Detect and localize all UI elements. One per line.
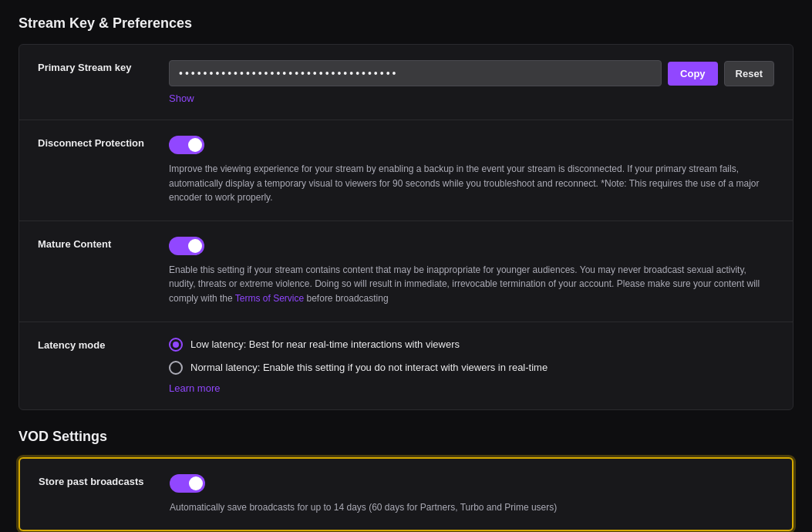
disconnect-protection-label: Disconnect Protection: [38, 136, 169, 149]
terms-of-service-link[interactable]: Terms of Service: [235, 293, 304, 304]
mature-desc-after: before broadcasting: [304, 293, 388, 304]
mature-content-row: Mature Content Enable this setting if yo…: [19, 221, 793, 322]
store-broadcasts-content: Automatically save broadcasts for up to …: [170, 474, 773, 515]
store-broadcasts-row: Store past broadcasts Automatically save…: [20, 459, 792, 530]
show-link[interactable]: Show: [169, 93, 194, 104]
normal-latency-label: Normal latency: Enable this setting if y…: [190, 362, 548, 373]
mature-toggle[interactable]: [169, 237, 204, 255]
disconnect-toggle-thumb: [188, 138, 202, 152]
store-broadcasts-toggle-thumb: [189, 476, 203, 490]
stream-key-content: Copy Reset Show: [169, 60, 774, 104]
mature-content-label: Mature Content: [38, 237, 169, 250]
disconnect-toggle[interactable]: [169, 136, 204, 154]
copy-button[interactable]: Copy: [668, 62, 718, 86]
stream-key-label: Primary Stream key: [38, 60, 169, 73]
page-title: Stream Key & Preferences: [19, 15, 793, 32]
disconnect-protection-content: Improve the viewing experience for your …: [169, 136, 774, 205]
stream-key-input-row: Copy Reset: [169, 60, 774, 86]
disconnect-protection-row: Disconnect Protection Improve the viewin…: [19, 120, 793, 221]
disconnect-toggle-track: [169, 136, 204, 154]
vod-settings-panel: Store past broadcasts Automatically save…: [19, 457, 793, 532]
store-broadcasts-label: Store past broadcasts: [39, 474, 170, 487]
disconnect-toggle-container: [169, 136, 774, 154]
normal-latency-radio[interactable]: [169, 361, 183, 375]
stream-key-input[interactable]: [169, 60, 662, 86]
mature-toggle-container: [169, 237, 774, 255]
latency-mode-label: Latency mode: [38, 338, 169, 351]
mature-description: Enable this setting if your stream conta…: [169, 263, 774, 306]
mature-toggle-track: [169, 237, 204, 255]
low-latency-label: Low latency: Best for near real-time int…: [190, 338, 460, 350]
store-broadcasts-toggle[interactable]: [170, 474, 205, 493]
disconnect-description: Improve the viewing experience for your …: [169, 162, 774, 205]
latency-mode-content: Low latency: Best for near real-time int…: [169, 338, 774, 394]
stream-key-row: Primary Stream key Copy Reset Show: [19, 45, 793, 120]
store-broadcasts-description: Automatically save broadcasts for up to …: [170, 500, 773, 515]
stream-preferences-panel: Primary Stream key Copy Reset Show Disco…: [19, 44, 793, 410]
learn-more-link[interactable]: Learn more: [169, 382, 220, 394]
reset-button[interactable]: Reset: [724, 61, 774, 86]
mature-content-content: Enable this setting if your stream conta…: [169, 237, 774, 306]
latency-radio-group: Low latency: Best for near real-time int…: [169, 338, 774, 375]
latency-mode-row: Latency mode Low latency: Best for near …: [19, 322, 793, 409]
vod-section-title: VOD Settings: [19, 429, 793, 445]
normal-latency-option[interactable]: Normal latency: Enable this setting if y…: [169, 361, 774, 375]
store-broadcasts-toggle-container: [170, 474, 773, 493]
low-latency-option[interactable]: Low latency: Best for near real-time int…: [169, 338, 774, 352]
low-latency-radio[interactable]: [169, 338, 183, 352]
mature-toggle-thumb: [188, 239, 202, 253]
store-broadcasts-toggle-track: [170, 474, 205, 493]
